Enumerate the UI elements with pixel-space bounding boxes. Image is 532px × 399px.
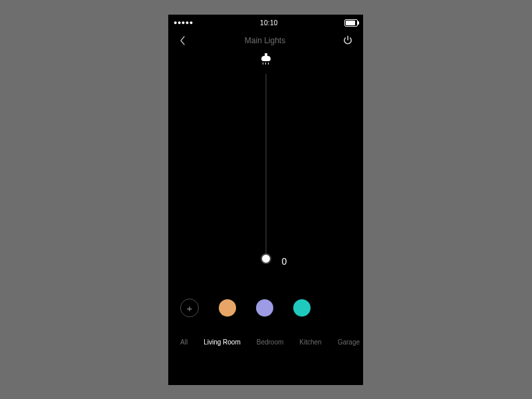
room-tab-bedroom[interactable]: Bedroom	[257, 338, 284, 346]
status-bar: ●●●●● 10:10	[168, 15, 363, 28]
brightness-slider[interactable]: 0	[168, 74, 363, 273]
plus-icon: +	[187, 303, 193, 313]
power-button[interactable]	[342, 35, 354, 47]
color-swatch-1[interactable]	[256, 299, 273, 317]
chevron-left-icon	[180, 36, 186, 45]
battery-icon	[344, 19, 358, 27]
rooms-tabs: All Living Room Bedroom Kitchen Garage	[168, 338, 363, 346]
room-tab-kitchen[interactable]: Kitchen	[299, 338, 321, 346]
status-time: 10:10	[260, 19, 278, 27]
phone-frame: ●●●●● 10:10 Main Lights 0 +	[168, 15, 363, 385]
page-title: Main Lights	[245, 36, 285, 45]
color-swatch-2[interactable]	[293, 299, 311, 317]
light-icon	[168, 56, 363, 65]
room-tab-all[interactable]: All	[180, 338, 188, 346]
color-swatch-0[interactable]	[219, 299, 236, 317]
nav-bar: Main Lights	[168, 28, 363, 49]
back-button[interactable]	[178, 35, 188, 46]
signal-dots-icon: ●●●●●	[174, 19, 194, 26]
slider-value: 0	[282, 256, 287, 267]
room-tab-livingroom[interactable]: Living Room	[203, 338, 241, 346]
slider-track	[265, 74, 266, 260]
add-preset-button[interactable]: +	[180, 299, 199, 317]
room-tab-garage[interactable]: Garage	[338, 338, 360, 346]
power-icon	[342, 35, 353, 46]
color-presets: +	[168, 292, 363, 317]
slider-handle[interactable]	[261, 253, 271, 264]
